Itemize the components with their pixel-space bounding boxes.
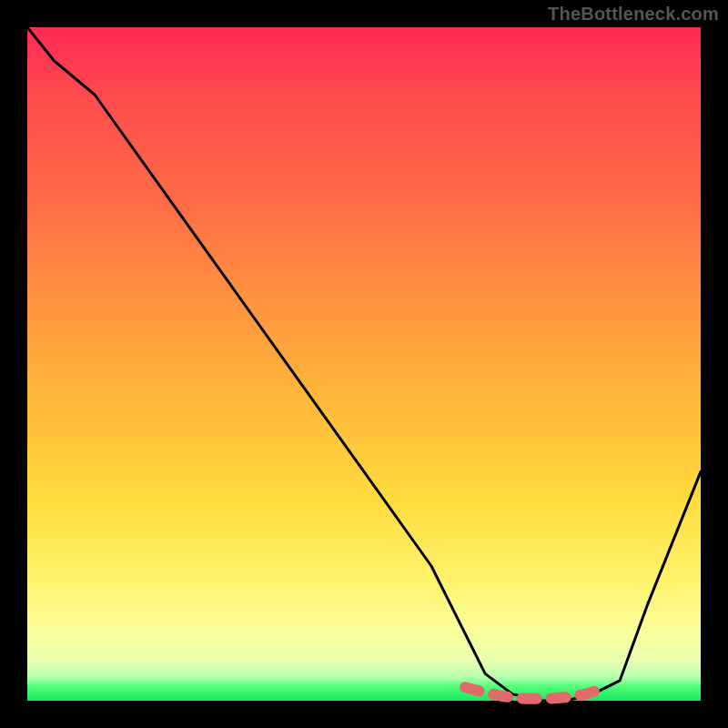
optimum-markers	[465, 687, 606, 699]
watermark-text: TheBottleneck.com	[548, 4, 719, 25]
bottleneck-curve	[27, 27, 701, 701]
plot-area	[27, 27, 701, 701]
chart-container: TheBottleneck.com	[0, 0, 728, 728]
curve-layer	[27, 27, 701, 701]
